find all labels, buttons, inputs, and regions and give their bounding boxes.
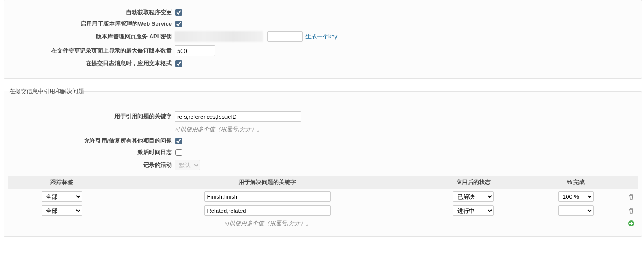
fixkw-hint: 可以使用多个值（用逗号,分开）。 [116, 218, 419, 229]
autofetch-checkbox[interactable] [175, 9, 182, 16]
allowcross-label: 允许引用/修复所有其他项目的问题 [4, 137, 175, 145]
status-select[interactable]: 进行中 [453, 205, 494, 216]
apikey-label: 版本库管理网页服务 API 密钥 [4, 33, 175, 41]
th-done: % 完成 [528, 176, 624, 189]
apikey-masked [175, 31, 263, 42]
generate-key-link[interactable]: 生成一个key [305, 33, 337, 41]
table-row-footer: 可以使用多个值（用逗号,分开）。 [8, 218, 638, 229]
tracker-select[interactable]: 全部 [42, 191, 82, 202]
activity-label: 记录的活动 [4, 161, 175, 169]
tracker-select[interactable]: 全部 [42, 205, 82, 216]
timelog-label: 激活时间日志 [4, 148, 175, 156]
fixkw-input[interactable] [204, 191, 331, 202]
textfmt-checkbox[interactable] [175, 60, 182, 67]
fix-keywords-table: 跟踪标签 用于解决问题的关键字 应用后的状态 % 完成 全部 [8, 176, 638, 229]
autofetch-label: 自动获取程序变更 [4, 8, 175, 16]
webservice-label: 启用用于版本库管理的Web Service [4, 20, 175, 28]
maxrev-label: 在文件变更记录页面上显示的最大修订版本数量 [4, 47, 175, 55]
apikey-input[interactable] [267, 31, 303, 42]
add-icon[interactable] [628, 220, 635, 227]
th-fixkw: 用于解决问题的关键字 [116, 176, 419, 189]
trash-icon[interactable] [628, 207, 635, 214]
repository-settings-box: 自动获取程序变更 启用用于版本库管理的Web Service 版本库管理网页服务… [4, 0, 642, 79]
refkw-input[interactable] [175, 111, 301, 122]
table-row: 全部 已解决 100 % [8, 189, 638, 204]
refkw-label: 用于引用问题的关键字 [4, 113, 175, 120]
webservice-checkbox[interactable] [175, 21, 182, 27]
activity-select: 默认 [175, 160, 200, 170]
maxrev-input[interactable] [175, 45, 215, 56]
timelog-checkbox[interactable] [175, 149, 182, 156]
commit-ref-legend: 在提交信息中引用和解决问题 [8, 87, 86, 95]
status-select[interactable]: 已解决 [453, 191, 494, 202]
trash-icon[interactable] [628, 193, 635, 200]
commit-ref-fieldset: 在提交信息中引用和解决问题 用于引用问题的关键字 可以使用多个值（用逗号,分开）… [4, 87, 642, 237]
table-row: 全部 进行中 [8, 203, 638, 218]
textfmt-label: 在提交日志消息时，应用文本格式 [4, 60, 175, 68]
fixkw-input[interactable] [204, 205, 331, 216]
refkw-hint: 可以使用多个值（用逗号,分开）。 [175, 125, 642, 133]
allowcross-checkbox[interactable] [175, 138, 182, 144]
th-tracker: 跟踪标签 [8, 176, 116, 189]
th-status: 应用后的状态 [419, 176, 527, 189]
done-select[interactable]: 100 % [558, 191, 594, 202]
th-actions [624, 176, 638, 189]
done-select[interactable] [558, 205, 594, 216]
